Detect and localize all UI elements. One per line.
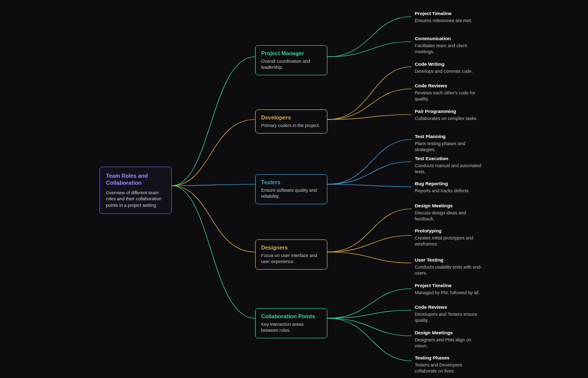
leaf-desc: Reports and tracks defects. [415, 188, 485, 194]
branch-testers[interactable]: Testers Ensure software quality and reli… [255, 174, 327, 204]
leaf-desc: Conducts manual and automated tests. [415, 163, 485, 175]
leaf-desc: Creates initial prototypes and wireframe… [415, 235, 485, 247]
leaf-node[interactable]: User TestingConducts usability tests wit… [415, 257, 485, 276]
leaf-node[interactable]: Pair ProgrammingCollaborates on complex … [415, 108, 485, 121]
leaf-title: Code Reviews [415, 304, 485, 310]
leaf-desc: Develops and commits code. [415, 68, 485, 74]
branch-title: Developers [261, 114, 321, 120]
leaf-title: Test Execution [415, 156, 485, 161]
branch-title: Designers [261, 244, 321, 250]
leaf-title: Communication [415, 36, 485, 41]
leaf-node[interactable]: Design MeetingsDesigners and PMs align o… [415, 330, 485, 349]
leaf-desc: Collaborates on complex tasks. [415, 115, 485, 121]
leaf-title: User Testing [415, 257, 485, 263]
leaf-desc: Conducts usability tests with end-users. [415, 264, 485, 276]
branch-developers[interactable]: Developers Primary coders in the project… [255, 109, 327, 134]
branch-desc: Ensure software quality and reliability. [261, 187, 321, 199]
leaf-title: Pair Programming [415, 108, 485, 114]
leaf-desc: Facilitates team and client meetings. [415, 43, 485, 55]
leaf-title: Code Reviews [415, 83, 485, 88]
leaf-desc: Reviews each other's code for quality. [415, 90, 485, 102]
branch-desc: Primary coders in the project. [261, 122, 321, 129]
leaf-node[interactable]: CommunicationFacilitates team and client… [415, 36, 485, 55]
leaf-desc: Designers and PMs align on vision. [415, 337, 485, 349]
branch-desc: Key interaction areas between roles. [261, 321, 321, 333]
leaf-desc: Managed by PM, followed by all. [415, 290, 485, 296]
branch-project-manager[interactable]: Project Manager Overall coordination and… [255, 45, 327, 75]
leaf-title: Prototyping [415, 228, 485, 233]
leaf-desc: Ensures milestones are met. [415, 18, 485, 24]
leaf-title: Bug Reporting [415, 181, 485, 186]
leaf-title: Project Timeline [415, 11, 485, 16]
mindmap-canvas[interactable]: Team Roles and Collaboration Overview of… [0, 0, 588, 378]
root-desc: Overview of different team roles and the… [106, 190, 165, 209]
leaf-node[interactable]: Project TimelineEnsures milestones are m… [415, 11, 485, 24]
leaf-title: Code Writing [415, 61, 485, 67]
branch-desc: Focus on user interface and user experie… [261, 253, 321, 265]
leaf-title: Design Meetings [415, 330, 485, 335]
leaf-node[interactable]: Project TimelineManaged by PM, followed … [415, 283, 485, 296]
branch-designers[interactable]: Designers Focus on user interface and us… [255, 239, 327, 270]
branch-title: Collaboration Points [261, 313, 321, 319]
leaf-node[interactable]: Test ExecutionConducts manual and automa… [415, 156, 485, 175]
branch-title: Testers [261, 179, 321, 185]
leaf-node[interactable]: Code WritingDevelops and commits code. [415, 61, 485, 74]
root-title: Team Roles and Collaboration [106, 172, 165, 187]
leaf-title: Design Meetings [415, 203, 485, 208]
leaf-desc: Plans testing phases and strategies. [415, 141, 485, 153]
root-node[interactable]: Team Roles and Collaboration Overview of… [99, 167, 172, 214]
branch-desc: Overall coordination and leadership. [261, 58, 321, 70]
leaf-node[interactable]: Code ReviewsReviews each other's code fo… [415, 83, 485, 102]
leaf-node[interactable]: Testing PhasesTesters and Developers col… [415, 355, 485, 374]
leaf-desc: Discuss design ideas and feedback. [415, 210, 485, 222]
branch-title: Project Manager [261, 50, 321, 56]
leaf-title: Project Timeline [415, 283, 485, 288]
leaf-node[interactable]: Test PlanningPlans testing phases and st… [415, 134, 485, 153]
leaf-title: Testing Phases [415, 355, 485, 360]
leaf-desc: Developers and Testers ensure quality. [415, 311, 485, 323]
leaf-node[interactable]: PrototypingCreates initial prototypes an… [415, 228, 485, 247]
leaf-desc: Testers and Developers collaborate on fi… [415, 362, 485, 374]
leaf-node[interactable]: Code ReviewsDevelopers and Testers ensur… [415, 304, 485, 323]
leaf-node[interactable]: Bug ReportingReports and tracks defects. [415, 181, 485, 194]
branch-collaboration-points[interactable]: Collaboration Points Key interaction are… [255, 308, 327, 338]
leaf-title: Test Planning [415, 134, 485, 139]
leaf-node[interactable]: Design MeetingsDiscuss design ideas and … [415, 203, 485, 222]
